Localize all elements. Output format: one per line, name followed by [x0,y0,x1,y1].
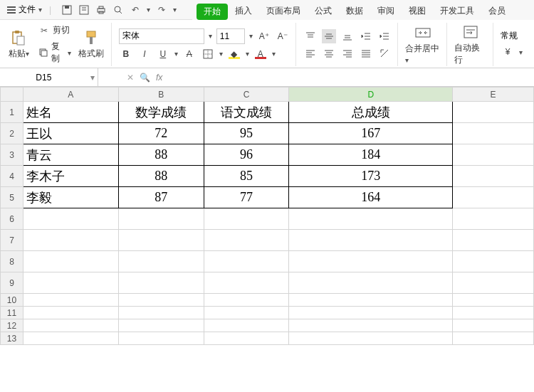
cell[interactable] [453,187,534,208]
decrease-font-icon[interactable]: A⁻ [276,29,290,43]
cell[interactable] [23,272,118,294]
print-icon[interactable] [95,4,107,16]
indent-inc-icon[interactable] [377,29,392,43]
cell[interactable] [23,251,118,272]
col-header-C[interactable]: C [204,88,289,102]
align-top-icon[interactable] [303,29,318,43]
cell[interactable]: 王以 [23,123,118,144]
cell[interactable]: 李木子 [23,166,118,187]
currency-icon[interactable]: ¥ [501,45,515,59]
cell[interactable]: 164 [289,187,453,208]
formula-input[interactable] [168,70,534,85]
namebox-dd-icon[interactable]: ▾ [88,73,98,83]
cell[interactable] [204,272,289,294]
size-dd-icon[interactable]: ▾ [249,32,253,40]
font-name-select[interactable] [119,28,204,44]
align-left-icon[interactable] [303,46,318,60]
cell[interactable]: 167 [289,123,453,144]
underline-button[interactable]: U [156,47,170,61]
cell[interactable] [453,144,534,166]
col-header-E[interactable]: E [453,88,534,102]
indent-dec-icon[interactable] [359,29,373,43]
cell[interactable] [453,123,534,144]
cell[interactable] [23,307,118,319]
italic-button[interactable]: I [137,47,152,61]
save-icon[interactable] [61,4,73,16]
font-color-button[interactable]: A [253,47,268,61]
cell[interactable] [453,166,534,187]
spreadsheet[interactable]: A B C D E 1 姓名 数学成绩 语文成绩 总成绩 2 王以 72 95 … [0,87,534,345]
cell[interactable] [204,251,289,272]
tab-pagelayout[interactable]: 页面布局 [259,2,308,20]
tab-data[interactable]: 数据 [339,2,370,20]
row-header[interactable]: 11 [1,307,23,319]
row-header[interactable]: 2 [1,123,23,144]
align-right-icon[interactable] [340,46,355,60]
cell[interactable] [118,307,204,319]
cell[interactable] [23,319,118,332]
magnify-icon[interactable]: 🔍 [140,73,150,83]
cell[interactable] [118,294,204,307]
print-preview-icon[interactable] [112,4,124,16]
cell[interactable] [118,208,204,230]
cell[interactable] [289,307,453,319]
cell[interactable] [289,272,453,294]
cell[interactable] [204,319,289,332]
tab-formulas[interactable]: 公式 [308,2,339,20]
cell[interactable] [453,319,534,332]
align-middle-icon[interactable] [322,29,336,43]
name-box[interactable]: ▾ [0,68,98,86]
cell[interactable] [289,208,453,230]
tab-review[interactable]: 审阅 [370,2,402,20]
tab-view[interactable]: 视图 [402,2,433,20]
cut-button[interactable]: ✂ 剪切 [37,23,73,37]
cell[interactable] [23,208,118,230]
cell[interactable] [453,102,534,123]
wrap-button[interactable]: 自动换行 [454,23,487,66]
row-header[interactable]: 6 [1,208,23,230]
cell[interactable] [289,332,453,345]
cell[interactable] [118,319,204,332]
align-center-icon[interactable] [322,46,336,60]
row-header[interactable]: 13 [1,332,23,345]
redo-icon[interactable]: ↷ [156,4,167,16]
file-menu[interactable]: 文件 ▾ [3,2,46,17]
row-header[interactable]: 10 [1,294,23,307]
cell[interactable]: 姓名 [23,102,118,123]
cell[interactable]: 184 [289,144,453,166]
tab-dev[interactable]: 开发工具 [433,2,481,20]
cell[interactable]: 青云 [23,144,118,166]
cell[interactable]: 85 [204,166,289,187]
row-header[interactable]: 3 [1,144,23,166]
cell[interactable]: 173 [289,166,453,187]
cell[interactable] [289,294,453,307]
row-header[interactable]: 12 [1,319,23,332]
row-header[interactable]: 7 [1,230,23,251]
cell[interactable] [118,251,204,272]
cell[interactable]: 语文成绩 [204,102,289,123]
align-bottom-icon[interactable] [340,29,355,43]
col-header-D[interactable]: D [289,88,453,102]
cell[interactable] [118,230,204,251]
select-all-corner[interactable] [1,88,23,102]
cell[interactable]: 李毅 [23,187,118,208]
col-header-B[interactable]: B [118,88,204,102]
cell[interactable]: 88 [118,144,204,166]
cancel-icon[interactable]: ✕ [127,73,134,83]
cell[interactable] [204,208,289,230]
number-format-label[interactable]: 常规 [501,30,518,42]
row-header[interactable]: 5 [1,187,23,208]
format-painter-button[interactable]: 格式刷 [77,23,105,65]
copy-button[interactable]: 复制▾ [37,40,73,65]
cell[interactable] [23,332,118,345]
tab-home[interactable]: 开始 [197,4,228,20]
justify-icon[interactable] [359,46,373,60]
row-header[interactable]: 4 [1,166,23,187]
fill-color-button[interactable]: ◆ [227,47,241,61]
cell[interactable] [453,230,534,251]
cell[interactable] [453,307,534,319]
cell[interactable]: 87 [118,187,204,208]
cell[interactable] [204,307,289,319]
col-header-A[interactable]: A [23,88,118,102]
border-button[interactable] [201,47,215,61]
